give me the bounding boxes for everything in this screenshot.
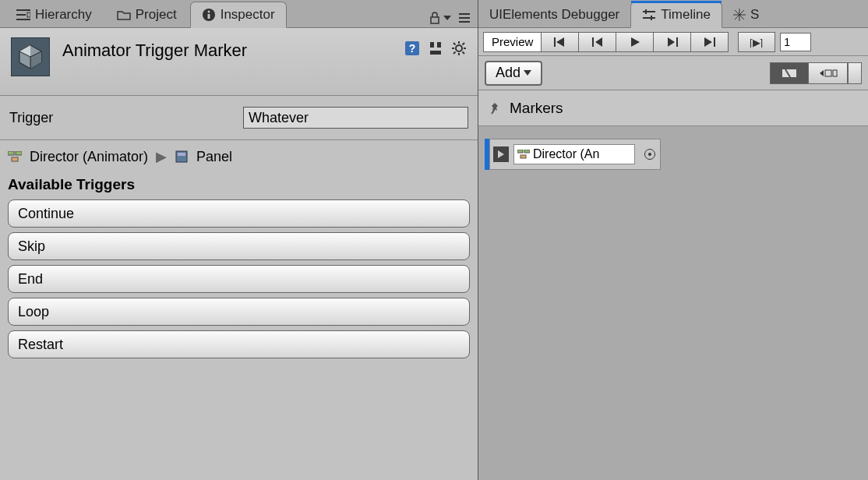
svg-line-25 [463,43,465,45]
help-button[interactable]: ? [404,41,420,56]
svg-marker-39 [631,37,640,47]
svg-rect-35 [554,37,556,47]
tab-label: Project [136,7,177,23]
svg-rect-37 [592,37,594,47]
animator-icon [8,151,22,162]
svg-rect-53 [520,155,526,158]
tab-label: S [750,7,759,23]
animator-icon [517,150,530,159]
svg-text:[▶]: [▶] [750,37,763,48]
gear-icon[interactable] [451,41,467,56]
svg-rect-43 [714,37,715,47]
svg-rect-14 [430,42,434,48]
next-frame-button[interactable] [654,32,691,52]
markers-label: Markers [510,100,563,117]
markers-bar[interactable]: Markers [478,90,868,126]
svg-marker-36 [556,37,564,47]
trigger-button[interactable]: Restart [8,330,470,358]
timeline-toolbar: Add [478,56,868,90]
goto-start-button[interactable] [542,32,579,52]
tab-inspector[interactable]: Inspector [190,2,287,28]
svg-rect-0 [16,9,30,11]
trigger-button[interactable]: Skip [8,232,470,260]
tab-project[interactable]: Project [105,2,189,27]
info-icon [202,8,216,22]
trigger-row: Trigger [8,101,470,135]
timeline-icon [642,9,656,20]
edit-mode-more[interactable] [848,62,862,84]
trigger-button[interactable]: Loop [8,298,470,326]
preview-button[interactable]: Preview [483,32,542,52]
menu-icon[interactable] [459,13,470,23]
active-indicator [631,1,722,3]
svg-marker-40 [668,37,675,47]
svg-rect-41 [676,37,678,47]
trigger-button[interactable]: Continue [8,199,470,228]
add-track-button[interactable]: Add [485,61,542,86]
trigger-button[interactable]: End [8,265,470,293]
svg-line-22 [453,43,456,45]
binding-path: Director (Animator) ▶ Panel [5,140,473,168]
goto-end-button[interactable] [691,32,729,52]
trigger-input[interactable] [243,107,468,129]
svg-marker-42 [704,37,712,47]
path-director[interactable]: Director (Animator) [30,149,148,165]
lock-icon [429,12,440,24]
tab-uielements-debugger[interactable]: UIElements Debugger [478,2,630,27]
preset-button[interactable] [428,41,443,56]
object-picker-icon[interactable] [644,149,655,160]
chevron-down-icon [524,70,531,76]
trigger-label: Trigger [9,110,243,126]
tab-label: Hierarchy [35,7,92,23]
play-button[interactable] [616,32,654,52]
pin-icon [488,101,502,115]
animator-track[interactable]: Director (An [485,139,868,170]
svg-rect-28 [12,157,18,161]
tab-label: Inspector [221,7,275,23]
right-tabbar: UIElements Debugger Timeline S [478,0,868,28]
svg-rect-15 [437,42,441,48]
svg-rect-51 [517,150,523,153]
svg-rect-16 [430,51,441,55]
edit-mode-mix[interactable] [770,62,809,84]
edit-mode-ripple[interactable] [809,62,848,84]
folder-icon [117,9,131,20]
svg-marker-38 [595,37,602,47]
svg-text:?: ? [409,42,416,55]
tab-label: UIElements Debugger [489,7,619,23]
path-panel[interactable]: Panel [196,149,232,165]
transport-bar: Preview [▶] [478,28,868,56]
svg-point-17 [456,45,462,51]
svg-rect-48 [825,70,831,76]
tab-label: Timeline [661,7,711,23]
tab-scene[interactable]: S [722,2,770,27]
left-tabbar: Hierarchy Project Inspector [0,0,478,28]
track-name: Director (An [533,147,599,161]
tab-options[interactable] [429,12,478,27]
tab-timeline[interactable]: Timeline [630,2,722,28]
track-binding-field[interactable]: Director (An [513,144,635,164]
tab-hierarchy[interactable]: Hierarchy [5,2,104,27]
track-foldout-icon[interactable] [493,146,509,162]
svg-rect-52 [524,150,530,153]
hierarchy-icon [16,9,30,20]
unity-logo-icon [11,37,50,76]
frame-input[interactable] [780,33,811,51]
svg-rect-7 [431,17,439,23]
chevron-down-icon [443,16,451,20]
svg-marker-47 [820,70,824,76]
svg-rect-49 [833,70,837,76]
timeline-panel: UIElements Debugger Timeline S Preview [… [478,0,868,480]
inspector-panel: Hierarchy Project Inspector Animator Tri… [0,0,478,480]
svg-rect-1 [16,14,26,16]
svg-line-23 [463,52,465,55]
svg-rect-30 [178,153,185,156]
triggers-list: Continue Skip End Loop Restart [5,199,473,369]
inspector-header: Animator Trigger Marker ? [0,28,478,96]
svg-rect-3 [27,12,30,17]
panel-icon [175,151,189,162]
available-triggers-title: Available Triggers [5,168,473,199]
play-range-button[interactable]: [▶] [738,32,775,52]
svg-point-5 [207,11,210,13]
prev-frame-button[interactable] [579,32,616,52]
